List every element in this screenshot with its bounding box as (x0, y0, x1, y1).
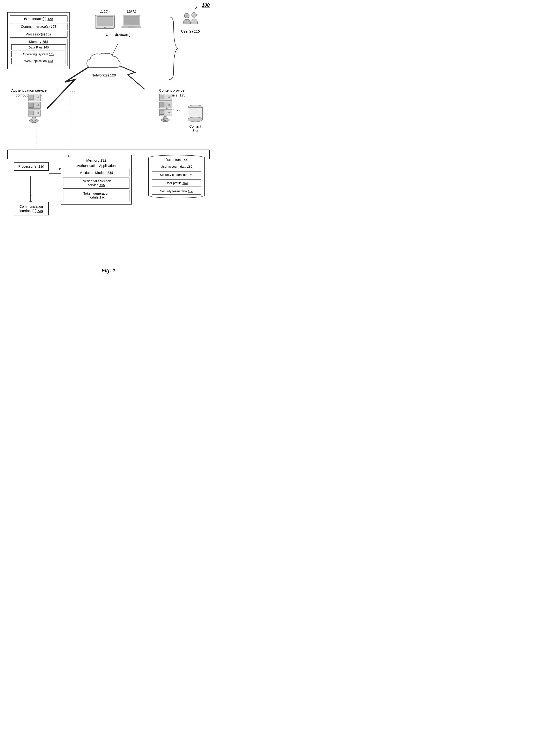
ref-146: ╭ 146 (63, 154, 71, 158)
memory-group: Memory 154 Data Files 160 Operating Syst… (10, 39, 67, 66)
memory-132-title: Memory 132 (63, 158, 129, 162)
bottom-box: Processor(s) 130 Communication interface… (7, 149, 210, 159)
device-a-ref: 110(A) (94, 10, 116, 13)
security-credentials-item: Security credentials 182 (152, 171, 201, 178)
network-label: Network(s) 120 (80, 73, 128, 77)
proc-to-comm-arrow (28, 176, 33, 198)
credential-selection-item: Credential selectionservice 150 (63, 177, 129, 189)
validation-module-item: Validation Module 148 (63, 169, 129, 176)
users-area: User(s) 115 (176, 12, 205, 33)
svg-rect-39 (160, 103, 164, 107)
svg-point-24 (38, 96, 39, 98)
svg-rect-42 (160, 110, 164, 114)
svg-point-30 (38, 112, 39, 114)
content-cylinder-icon (186, 104, 205, 123)
svg-point-37 (168, 96, 170, 98)
svg-point-43 (168, 112, 170, 113)
users-icon (181, 12, 200, 28)
content-cylinder: Content 172 (186, 104, 205, 132)
user-devices-label: User device(s) (82, 33, 154, 37)
datastore-title: Data store 144 (151, 158, 202, 162)
svg-point-15 (104, 27, 106, 28)
content-server-icon (157, 94, 178, 123)
comm-interface-box: Communication interface(s) 138 (14, 202, 49, 215)
content-label: Content 172 (186, 124, 205, 132)
svg-rect-23 (29, 95, 33, 100)
svg-rect-29 (29, 111, 33, 115)
network-cloud-icon (84, 52, 123, 71)
diagram-container: 100 ↗ I/O Interface(s) 156 Comm. Interfa… (0, 0, 217, 277)
users-label: User(s) 115 (176, 29, 205, 33)
svg-rect-26 (29, 103, 33, 107)
laptop-icon (121, 14, 142, 30)
user-account-data-item: User account data 180 (152, 163, 201, 170)
svg-rect-36 (160, 95, 164, 99)
auth-service-box: I/O Interface(s) 156 Comm. Interface(s) … (7, 12, 70, 69)
token-generation-item: Token generationmodule 190 (63, 190, 129, 201)
auth-app-label: Authentication Application (63, 164, 129, 168)
svg-rect-19 (128, 27, 135, 27)
network-area: Network(s) 120 (80, 52, 128, 77)
svg-marker-54 (29, 195, 32, 197)
ref-100-arrow: ↗ (195, 5, 198, 10)
svg-point-21 (192, 13, 196, 17)
web-application-item: Web Application 164 (11, 58, 66, 64)
ref-100-label: 100 (202, 2, 210, 8)
svg-point-40 (168, 104, 170, 106)
datastore-144-box: Data store 144 User account data 180 Sec… (148, 155, 205, 198)
memory-132-box: ╭ 146 Memory 132 Authentication Applicat… (61, 155, 132, 204)
svg-rect-17 (124, 16, 139, 25)
svg-point-50 (188, 117, 202, 122)
tablet-icon (94, 14, 116, 30)
io-interface-item: I/O Interface(s) 156 (10, 15, 67, 22)
security-token-data-item: Security token data 186 (152, 188, 201, 195)
operating-system-item: Operating System 162 (11, 51, 66, 57)
user-devices-area: 110(A) 110(N) (82, 10, 154, 37)
processor-130-box: Processor(s) 130 (14, 162, 49, 171)
svg-point-20 (184, 13, 189, 18)
memory-title: Memory 154 (11, 40, 66, 44)
processor-item: Processor(s) 152 (10, 31, 67, 38)
fig-caption: Fig. 1 (0, 267, 217, 274)
user-profile-item: User profile 184 (152, 179, 201, 186)
device-n-ref: 110(N) (121, 10, 142, 13)
svg-point-27 (38, 104, 39, 106)
data-files-item: Data Files 160 (11, 44, 66, 50)
comm-interface-item: Comm. Interface(s) 158 (10, 23, 67, 30)
auth-server-icon (24, 94, 48, 123)
svg-rect-14 (97, 16, 113, 26)
